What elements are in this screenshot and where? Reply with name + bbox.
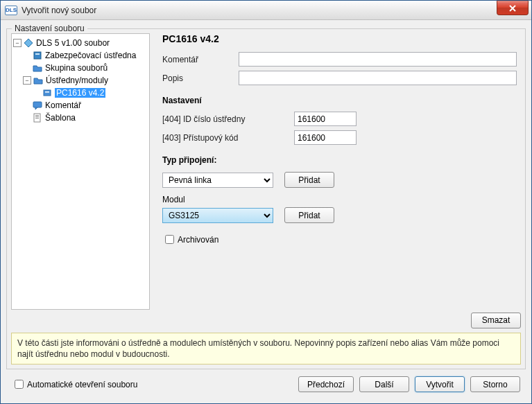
body-row: − DLS 5 v1.00 soubor Zabezpečovací ústře…: [11, 33, 521, 310]
next-button[interactable]: Další: [359, 376, 409, 392]
tree-item-panels-modules[interactable]: − Ústředny/moduly: [13, 74, 148, 87]
collapse-icon[interactable]: −: [13, 39, 22, 47]
id-label: [404] ID číslo ústředny: [162, 114, 294, 124]
svg-rect-1: [34, 52, 41, 59]
settings-group: Nastavení souboru − DLS 5 v1.00 soubor: [6, 28, 526, 369]
archived-row[interactable]: Archivován: [162, 233, 517, 246]
id-input[interactable]: [294, 112, 357, 126]
svg-rect-3: [44, 90, 51, 96]
template-icon: [33, 113, 42, 123]
svg-marker-0: [24, 39, 33, 47]
content-area: Nastavení souboru − DLS 5 v1.00 soubor: [1, 20, 531, 403]
module-label: Modul: [162, 195, 517, 204]
access-code-input[interactable]: [294, 130, 357, 145]
tree-root[interactable]: − DLS 5 v1.00 soubor: [13, 37, 148, 49]
tree-label: PC1616 v4.2: [55, 88, 105, 98]
tree-item-security[interactable]: Zabezpečovací ústředna: [13, 49, 148, 62]
access-code-label: [403] Přístupový kód: [162, 133, 294, 143]
delete-button[interactable]: Smazat: [471, 313, 521, 328]
close-button[interactable]: [497, 1, 529, 15]
tree-item-comment[interactable]: Komentář: [13, 99, 148, 112]
tree-label: Ústředny/moduly: [46, 76, 108, 85]
svg-rect-4: [45, 91, 49, 93]
tree-label: Komentář: [45, 100, 81, 110]
svg-rect-9: [35, 118, 39, 118]
window-title: Vytvořit nový soubor: [22, 6, 497, 15]
previous-button[interactable]: Předchozí: [298, 376, 354, 392]
tree-label: DLS 5 v1.00 soubor: [36, 38, 110, 48]
comment-label: Komentář: [162, 55, 239, 64]
archived-label: Archivován: [178, 235, 218, 245]
tree-item-template[interactable]: Šablona: [13, 112, 148, 124]
svg-rect-7: [35, 115, 39, 116]
tree-view[interactable]: − DLS 5 v1.00 soubor Zabezpečovací ústře…: [11, 33, 150, 310]
titlebar: DLS Vytvořit nový soubor: [1, 1, 531, 20]
tree-label: Šablona: [45, 113, 76, 123]
create-button[interactable]: Vytvořit: [415, 376, 465, 392]
archived-checkbox[interactable]: [165, 235, 174, 244]
comment-icon: [33, 100, 42, 110]
form-pane: PC1616 v4.2 Komentář Popis Nastavení [40…: [150, 33, 521, 310]
app-logo-icon: DLS: [5, 6, 17, 15]
connection-heading: Typ připojení:: [162, 155, 517, 165]
root-icon: [24, 38, 33, 48]
folder-icon: [33, 63, 42, 73]
description-label: Popis: [162, 73, 239, 83]
tree-label: Skupina souborů: [45, 63, 108, 73]
auto-open-label: Automatické otevření souboru: [27, 380, 137, 389]
tree-item-pc1616[interactable]: PC1616 v4.2: [13, 87, 148, 99]
delete-bar: Smazat: [11, 310, 521, 330]
collapse-icon[interactable]: −: [23, 76, 31, 85]
comment-input[interactable]: [239, 52, 517, 67]
tree-label: Zabezpečovací ústředna: [45, 51, 136, 60]
add-module-button[interactable]: Přidat: [284, 207, 334, 223]
svg-rect-2: [35, 53, 40, 55]
module-select[interactable]: GS3125: [162, 208, 273, 223]
tree-item-file-group[interactable]: Skupina souborů: [13, 62, 148, 74]
module-icon: [42, 88, 52, 98]
panel-icon: [33, 51, 42, 60]
svg-rect-5: [33, 102, 42, 107]
connection-type-select[interactable]: Pevná linka: [162, 173, 273, 188]
settings-heading: Nastavení: [162, 96, 517, 105]
close-icon: [508, 5, 517, 12]
svg-rect-8: [35, 116, 39, 117]
auto-open-checkbox[interactable]: [15, 380, 24, 389]
info-box: V této části jste informováni o ústředně…: [11, 333, 521, 365]
dialog-window: DLS Vytvořit nový soubor Nastavení soubo…: [0, 0, 532, 404]
footer: Automatické otevření souboru Předchozí D…: [6, 369, 526, 398]
description-input[interactable]: [239, 71, 517, 85]
auto-open-row[interactable]: Automatické otevření souboru: [12, 378, 137, 391]
form-title: PC1616 v4.2: [162, 33, 517, 44]
cancel-button[interactable]: Storno: [470, 376, 520, 392]
add-connection-button[interactable]: Přidat: [284, 172, 334, 188]
folder-icon: [33, 76, 43, 85]
group-legend: Nastavení souboru: [12, 24, 87, 33]
